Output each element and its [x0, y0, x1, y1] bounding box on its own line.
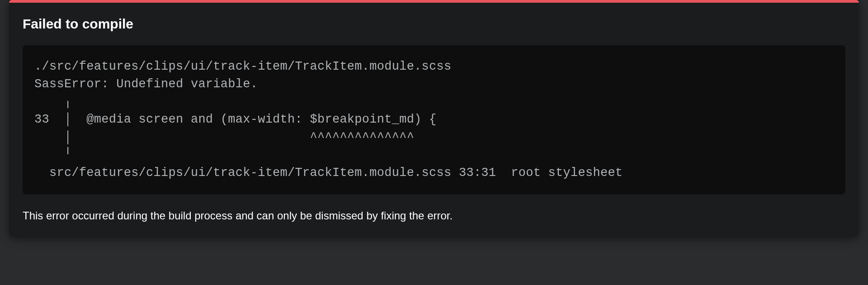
error-code: ./src/features/clips/ui/track-item/Track… [34, 58, 834, 182]
error-title: Failed to compile [23, 16, 845, 32]
error-content: Failed to compile ./src/features/clips/u… [9, 3, 859, 237]
error-code-block: ./src/features/clips/ui/track-item/Track… [23, 45, 845, 195]
error-overlay: Failed to compile ./src/features/clips/u… [9, 0, 859, 237]
error-footer-text: This error occurred during the build pro… [23, 208, 845, 223]
